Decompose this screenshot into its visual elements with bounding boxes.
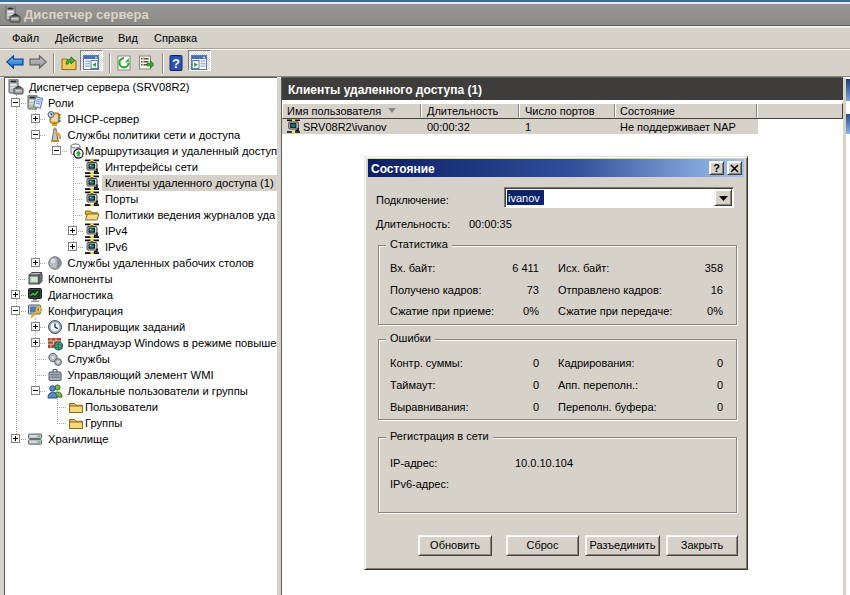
svg-text:?: ? (172, 57, 180, 71)
